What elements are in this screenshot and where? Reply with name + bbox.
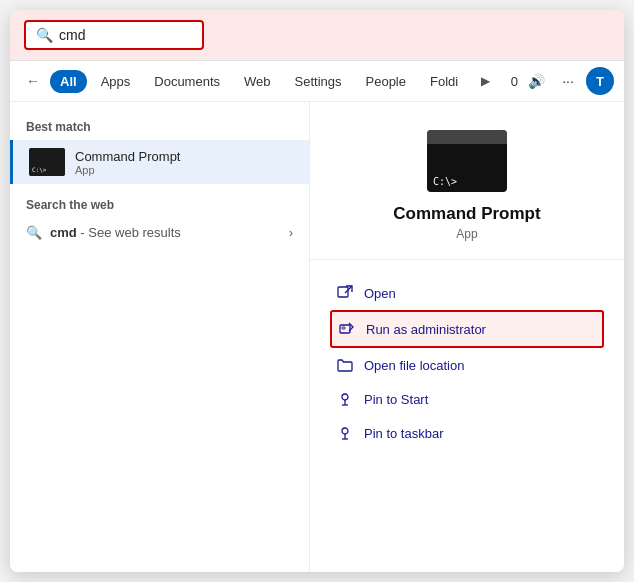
back-icon: ← xyxy=(26,73,40,89)
search-icon: 🔍 xyxy=(36,27,53,43)
web-search-icon: 🔍 xyxy=(26,225,42,240)
folder-icon xyxy=(336,356,354,374)
tab-more-button[interactable]: ▶ xyxy=(472,68,498,94)
open-icon xyxy=(336,284,354,302)
tab-apps[interactable]: Apps xyxy=(91,70,141,93)
app-name: Command Prompt xyxy=(393,204,540,224)
web-search-text: cmd - See web results xyxy=(50,225,289,240)
app-icon-large xyxy=(427,130,507,192)
search-input-wrapper[interactable]: 🔍 xyxy=(24,20,204,50)
action-open[interactable]: Open xyxy=(330,276,604,310)
action-open-label: Open xyxy=(364,286,396,301)
result-text: Command Prompt App xyxy=(75,149,293,176)
admin-icon xyxy=(338,320,356,338)
filter-tabs: ← All Apps Documents Web Settings People… xyxy=(10,61,624,102)
tab-people[interactable]: People xyxy=(356,70,416,93)
tab-all[interactable]: All xyxy=(50,70,87,93)
right-panel: Command Prompt App Open xyxy=(310,102,624,572)
pin-start-icon xyxy=(336,390,354,408)
app-type: App xyxy=(456,227,477,241)
web-search-label: Search the web xyxy=(10,184,309,218)
action-pin-taskbar-label: Pin to taskbar xyxy=(364,426,444,441)
search-window: 🔍 ← All Apps Documents Web Settings Peop… xyxy=(10,10,624,572)
action-admin-label: Run as administrator xyxy=(366,322,486,337)
network-icon: 🔊 xyxy=(528,73,545,89)
avatar-label: T xyxy=(596,74,604,89)
actions-list: Open Run as administrator xyxy=(310,260,624,466)
cmd-app-icon xyxy=(29,148,65,176)
action-run-as-admin[interactable]: Run as administrator xyxy=(330,310,604,348)
web-arrow-icon: › xyxy=(289,226,293,240)
svg-point-7 xyxy=(342,428,348,434)
user-avatar-button[interactable]: T xyxy=(586,67,614,95)
pin-taskbar-icon xyxy=(336,424,354,442)
left-panel: Best match Command Prompt App Search the… xyxy=(10,102,310,572)
more-options-button[interactable]: ··· xyxy=(554,67,582,95)
app-header: Command Prompt App xyxy=(310,102,624,260)
main-content: Best match Command Prompt App Search the… xyxy=(10,102,624,572)
result-name: Command Prompt xyxy=(75,149,293,164)
tab-web[interactable]: Web xyxy=(234,70,281,93)
result-type: App xyxy=(75,164,293,176)
svg-rect-3 xyxy=(342,327,345,329)
best-match-label: Best match xyxy=(10,116,309,140)
action-file-location-label: Open file location xyxy=(364,358,464,373)
network-icon-btn[interactable]: 🔊 xyxy=(522,67,550,95)
notification-count: 0 xyxy=(511,74,518,89)
tab-folders[interactable]: Foldi xyxy=(420,70,468,93)
action-pin-start-label: Pin to Start xyxy=(364,392,428,407)
search-bar: 🔍 xyxy=(10,10,624,61)
tab-settings[interactable]: Settings xyxy=(285,70,352,93)
action-open-file-location[interactable]: Open file location xyxy=(330,348,604,382)
ellipsis-icon: ··· xyxy=(562,73,574,89)
tab-documents[interactable]: Documents xyxy=(144,70,230,93)
best-match-result[interactable]: Command Prompt App xyxy=(10,140,309,184)
action-pin-to-start[interactable]: Pin to Start xyxy=(330,382,604,416)
search-input[interactable] xyxy=(59,27,179,43)
back-button[interactable]: ← xyxy=(20,68,46,94)
web-search-result[interactable]: 🔍 cmd - See web results › xyxy=(10,218,309,247)
svg-point-4 xyxy=(342,394,348,400)
action-pin-to-taskbar[interactable]: Pin to taskbar xyxy=(330,416,604,450)
